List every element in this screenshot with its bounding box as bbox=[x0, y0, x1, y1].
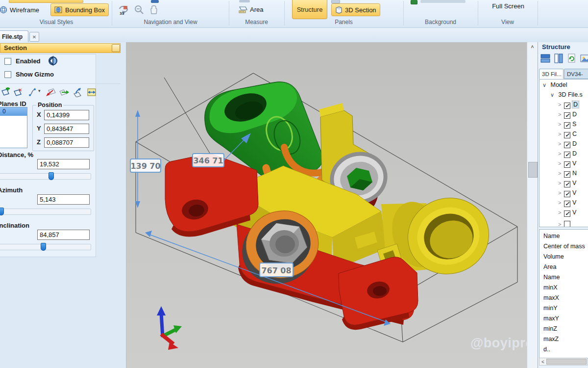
tree-checkbox[interactable]: ✓ bbox=[564, 161, 570, 168]
tree-row[interactable]: >✓D bbox=[558, 111, 577, 121]
chevron-right-icon[interactable]: > bbox=[558, 102, 564, 107]
inclination-field[interactable]: 84,857 bbox=[37, 230, 90, 240]
chevron-down-icon[interactable]: ∨ bbox=[542, 82, 549, 88]
properties-hscrollbar[interactable]: < bbox=[539, 358, 588, 366]
distance-field[interactable]: 19,532 bbox=[37, 159, 90, 169]
area-button[interactable]: Area bbox=[234, 3, 267, 16]
zoom-button[interactable] bbox=[133, 4, 145, 16]
y-position-field[interactable]: 0,843647 bbox=[44, 124, 89, 134]
show-gizmo-checkbox[interactable] bbox=[4, 71, 11, 78]
bounding-box-button[interactable]: Bounding Box bbox=[50, 3, 109, 16]
move-plane-back-button[interactable] bbox=[45, 87, 56, 97]
tab-3d-file[interactable]: 3D Fil... bbox=[539, 69, 564, 79]
scroll-up-icon[interactable]: ˄ bbox=[527, 44, 538, 50]
distance-slider-thumb[interactable] bbox=[49, 172, 54, 180]
chevron-right-icon[interactable]: > bbox=[558, 190, 564, 196]
azimuth-slider[interactable] bbox=[0, 209, 91, 215]
tab-close-button[interactable]: ✕ bbox=[29, 32, 39, 42]
property-row[interactable]: minY bbox=[543, 305, 557, 315]
chevron-down-icon[interactable]: ∨ bbox=[550, 92, 557, 98]
property-row[interactable]: minZ bbox=[543, 325, 557, 336]
tree-row[interactable]: >✓C bbox=[558, 131, 577, 140]
tree-row[interactable]: >✓D bbox=[558, 150, 577, 160]
tree-row[interactable]: >✓V bbox=[558, 180, 576, 189]
tree-row[interactable]: >✓V bbox=[558, 160, 576, 170]
tree-row[interactable]: >✓S bbox=[558, 121, 576, 131]
scrollbar-thumb[interactable] bbox=[528, 162, 538, 178]
property-row[interactable]: maxY bbox=[543, 315, 559, 325]
tree-file-row[interactable]: ∨ 3D File.s bbox=[550, 91, 583, 101]
tree-checkbox[interactable]: ✓ bbox=[564, 103, 570, 109]
azimuth-field[interactable]: 5,143 bbox=[37, 194, 90, 205]
model-tree[interactable]: ∨ Model ∨ 3D File.s >✓D >✓D >✓S >✓C >✓D … bbox=[539, 79, 588, 227]
snapshot-button[interactable] bbox=[580, 53, 588, 65]
fit-plane-button[interactable] bbox=[86, 87, 97, 97]
property-row[interactable]: minX bbox=[543, 284, 557, 294]
tree-root-row[interactable]: ∨ Model bbox=[542, 81, 567, 91]
chevron-right-icon[interactable]: > bbox=[558, 210, 564, 215]
panel-options-button[interactable] bbox=[112, 44, 120, 52]
property-row[interactable]: d.. bbox=[543, 346, 550, 356]
3d-section-button[interactable]: 3D Section bbox=[331, 3, 380, 16]
tree-checkbox[interactable]: ✓ bbox=[564, 171, 570, 178]
tree-row-partial[interactable]: > bbox=[558, 221, 572, 227]
property-row[interactable]: Volume bbox=[543, 253, 564, 263]
full-screen-button[interactable]: Full Screen bbox=[479, 2, 537, 10]
section-panel-header[interactable]: Section bbox=[0, 43, 121, 53]
viewport-scrollbar[interactable]: ˄ bbox=[527, 42, 538, 368]
property-row[interactable]: Area bbox=[543, 263, 556, 274]
property-row[interactable]: maxZ bbox=[543, 336, 559, 346]
hscrollbar-thumb[interactable] bbox=[546, 359, 587, 365]
z-position-field[interactable]: 0,088707 bbox=[44, 137, 89, 148]
tree-checkbox[interactable]: ✓ bbox=[564, 201, 570, 207]
document-tab[interactable]: File.stp bbox=[0, 30, 28, 42]
refresh-document-button[interactable] bbox=[566, 53, 577, 65]
tree-checkbox[interactable]: ✓ bbox=[564, 152, 570, 158]
property-row[interactable]: Name bbox=[543, 233, 560, 243]
tree-checkbox[interactable]: ✓ bbox=[564, 142, 570, 148]
inclination-slider[interactable] bbox=[0, 244, 91, 250]
chevron-right-icon[interactable]: > bbox=[558, 180, 564, 186]
add-plane-button[interactable] bbox=[0, 87, 11, 97]
split-horizontal-button[interactable] bbox=[540, 53, 551, 65]
rotate-view-button[interactable]: 35 bbox=[118, 4, 129, 16]
split-vertical-button[interactable] bbox=[553, 53, 564, 65]
tree-checkbox[interactable]: ✓ bbox=[564, 181, 570, 187]
chevron-right-icon[interactable]: > bbox=[558, 131, 564, 137]
structure-panel-button[interactable]: Structure bbox=[292, 0, 327, 19]
3d-viewport[interactable]: 139 70 346 71 767 08 @boyiprototyping bbox=[126, 42, 527, 368]
distance-slider[interactable] bbox=[0, 173, 91, 180]
chevron-right-icon[interactable]: > bbox=[558, 160, 564, 166]
delete-plane-button[interactable]: ✕ bbox=[13, 87, 24, 97]
tree-row[interactable]: >✓D bbox=[558, 140, 577, 150]
tab-dv34[interactable]: DV34- bbox=[564, 69, 588, 79]
chevron-right-icon[interactable]: > bbox=[558, 141, 564, 147]
tree-row[interactable]: >✓D bbox=[558, 101, 579, 111]
property-row[interactable]: Name bbox=[543, 274, 560, 284]
azimuth-slider-thumb[interactable] bbox=[0, 208, 4, 215]
tree-checkbox[interactable]: ✓ bbox=[564, 122, 570, 129]
planes-id-list[interactable]: 0 bbox=[0, 107, 27, 148]
chevron-right-icon[interactable]: > bbox=[558, 170, 564, 176]
tree-row[interactable]: >✓V bbox=[558, 209, 576, 219]
scroll-left-icon[interactable]: < bbox=[539, 359, 546, 365]
tree-row[interactable]: >✓N bbox=[558, 170, 577, 180]
property-row[interactable]: Center of mass bbox=[543, 243, 585, 253]
x-position-field[interactable]: 0,14399 bbox=[44, 110, 89, 120]
enabled-checkbox[interactable] bbox=[4, 58, 11, 65]
tree-checkbox[interactable]: ✓ bbox=[564, 112, 570, 119]
chevron-right-icon[interactable]: > bbox=[558, 111, 564, 117]
align-plane-button[interactable] bbox=[73, 87, 83, 97]
wireframe-button[interactable]: Wireframe bbox=[0, 3, 43, 16]
flip-plane-button[interactable] bbox=[59, 87, 70, 97]
chevron-right-icon[interactable]: > bbox=[558, 200, 564, 206]
planes-list-item-selected[interactable]: 0 bbox=[0, 107, 27, 116]
properties-list[interactable]: Name Center of mass Volume Area Name min… bbox=[539, 229, 588, 359]
tree-checkbox[interactable]: ✓ bbox=[564, 191, 570, 197]
tree-row[interactable]: >✓V bbox=[558, 189, 576, 199]
chevron-right-icon[interactable]: > bbox=[558, 121, 564, 127]
chevron-right-icon[interactable]: > bbox=[558, 151, 564, 157]
plane-path-button[interactable] bbox=[27, 87, 38, 97]
caret-down-icon[interactable]: ▾ bbox=[38, 88, 41, 93]
tree-row[interactable]: >✓V bbox=[558, 199, 576, 209]
